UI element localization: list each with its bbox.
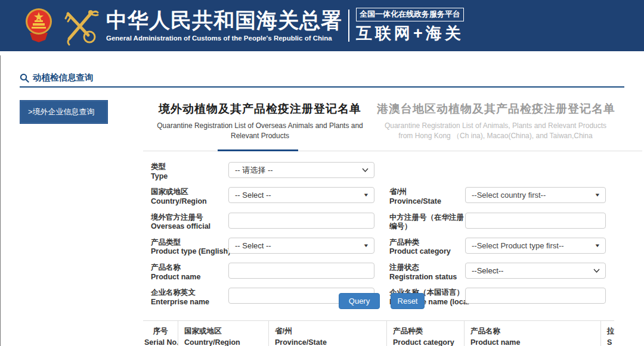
chevron-down-icon	[593, 269, 600, 273]
tab-overseas-registration-list[interactable]: 境外动植物及其产品检疫注册登记名单 Quarantine Registratio…	[143, 101, 377, 141]
province-label: 省/州 Province/State	[389, 187, 465, 206]
product-category-select[interactable]: --Select Product type first-- ▼	[465, 238, 606, 254]
product-name-label: 产品名称 Product name	[151, 263, 228, 282]
type-label: 类型 Type	[151, 162, 228, 181]
triangle-down-icon: ▼	[595, 243, 601, 248]
query-form: 类型 Type -- 请选择 -- 国家或地区 Country/Region -…	[151, 162, 616, 313]
tabs: 境外动植物及其产品检疫注册登记名单 Quarantine Registratio…	[143, 101, 642, 141]
enterprise-name-en-label: 企业名称英文 Enterprise name	[151, 288, 228, 307]
results-table-header: 序号 Serial No. 国家或地区 Country/Region 省/州 P…	[143, 320, 614, 346]
header-divider	[348, 10, 349, 42]
overseas-regno-label: 境外官方注册号 Overseas official	[151, 213, 228, 232]
sidebar-item-label: >境外企业信息查询	[28, 107, 95, 117]
tab-hmt-registration-list[interactable]: 港澳台地区动植物及其产品检疫注册登记名单 Quarantine Registra…	[377, 101, 614, 141]
column-header-product-name: 产品名称 Product name	[464, 321, 600, 346]
product-name-input[interactable]	[228, 263, 374, 279]
tab-title-en: Quarantine Registration List of Overseas…	[143, 121, 377, 141]
product-category-label: 产品种类 Product category	[389, 238, 465, 257]
window-left-edge	[0, 55, 1, 346]
page: 中华人民共和国海关总署 General Administration of Cu…	[0, 0, 644, 346]
section-divider	[20, 86, 624, 88]
column-header-product-category: 产品种类 Product category	[386, 321, 464, 346]
platform-name: 互联网+海关	[356, 23, 464, 44]
country-label: 国家或地区 Country/Region	[151, 187, 228, 206]
registration-status-select[interactable]: --Select--	[465, 263, 606, 279]
tab-title-cn: 境外动植物及其产品检疫注册登记名单	[143, 101, 377, 117]
column-header-serial-no: 序号 Serial No.	[143, 321, 178, 346]
search-icon	[20, 73, 29, 83]
active-tab-indicator	[218, 149, 298, 151]
triangle-down-icon: ▼	[363, 192, 370, 198]
registration-status-label: 注册状态 Registration status	[389, 263, 465, 282]
chevron-down-icon	[362, 168, 369, 172]
china-regno-input[interactable]	[465, 213, 606, 229]
china-regno-label: 中方注册号（在华注册编号）	[389, 213, 465, 232]
site-title-cn: 中华人民共和国海关总署	[106, 10, 342, 32]
country-select[interactable]: -- Select -- ▼	[228, 187, 374, 203]
tab-title-en: Quarantine Registration List of Animals,…	[377, 121, 614, 141]
query-button[interactable]: Query	[339, 293, 380, 309]
section-head: 动植检信息查询	[20, 72, 94, 83]
tab-title-cn: 港澳台地区动植物及其产品检疫注册登记名单	[377, 101, 614, 117]
overseas-regno-input[interactable]	[228, 213, 374, 229]
column-header-province-state: 省/州 Province/State	[268, 321, 386, 346]
column-header-country-region: 国家或地区 Country/Region	[178, 321, 268, 346]
column-header-clipped: 拉 S	[600, 321, 614, 346]
section-title: 动植检信息查询	[33, 72, 94, 83]
product-type-label: 产品类型 Product type (English)	[151, 238, 228, 257]
platform-block: 全国一体化在线政务服务平台 互联网+海关	[356, 8, 464, 44]
customs-logo-icon	[61, 5, 99, 46]
site-header: 中华人民共和国海关总署 General Administration of Cu…	[0, 0, 644, 51]
platform-badge: 全国一体化在线政务服务平台	[356, 8, 464, 21]
site-title-en: General Administration of Customs of the…	[106, 35, 342, 42]
enterprise-name-local-input[interactable]	[465, 288, 606, 304]
national-emblem-icon	[25, 7, 52, 45]
province-select[interactable]: --Select country first-- ▼	[465, 187, 606, 203]
triangle-down-icon: ▼	[595, 192, 601, 198]
sidebar-item-overseas-enterprise-query[interactable]: >境外企业信息查询	[20, 100, 108, 124]
reset-button[interactable]: Reset	[391, 293, 425, 309]
triangle-down-icon: ▼	[363, 243, 370, 248]
product-type-select[interactable]: -- Select -- ▼	[228, 238, 374, 254]
site-title-block: 中华人民共和国海关总署 General Administration of Cu…	[106, 10, 342, 42]
type-select[interactable]: -- 请选择 --	[228, 162, 374, 178]
